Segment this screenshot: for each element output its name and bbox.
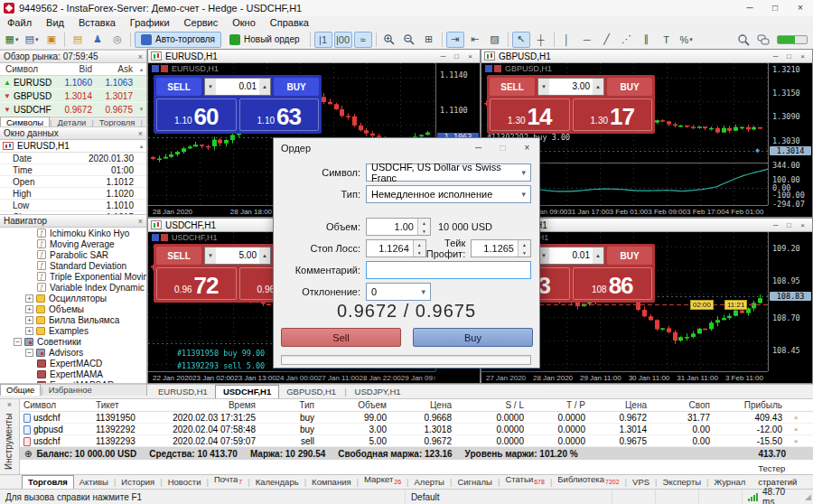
chart-shift-icon[interactable]: ⇥	[446, 32, 464, 48]
close-icon[interactable]: ×	[463, 52, 477, 61]
volume-spinner[interactable]: ▲ ▼	[417, 219, 430, 235]
navigator-item[interactable]: ƒMoving Average	[0, 238, 146, 249]
deviation-select[interactable]: 0 ▾	[366, 283, 431, 301]
terminal-tab-8[interactable]: Маркет26	[359, 473, 406, 489]
spin-down-icon[interactable]: ▼	[519, 248, 530, 257]
terminal-tab-9[interactable]: Алерты	[409, 476, 450, 489]
expand-icon[interactable]: +	[25, 305, 33, 313]
fibonacci-icon[interactable]: ⋰	[618, 32, 636, 48]
terminal-tab-4[interactable]: Новости	[163, 476, 207, 489]
terminal-tab-1[interactable]: Торговля	[22, 475, 74, 489]
time-axis[interactable]: 22 Jan 202023 Jan 02:0023 Jan 13:0024 Ja…	[148, 371, 435, 383]
minimize-icon[interactable]: ─	[769, 52, 782, 61]
resize-grip-icon[interactable]: ◢	[805, 492, 813, 501]
collapse-icon[interactable]: −	[14, 338, 22, 346]
channels-icon[interactable]: ∥	[638, 32, 656, 48]
col-header[interactable]: S / L	[455, 400, 528, 410]
expand-icon[interactable]: +	[25, 294, 33, 303]
spin-up-icon[interactable]: ▲	[414, 240, 425, 248]
navigator-item[interactable]: +Билла Вильямса	[0, 314, 146, 325]
maximize-icon[interactable]: □	[762, 0, 788, 16]
menu-help[interactable]: Справка	[263, 16, 316, 30]
data-window-symbol-row[interactable]: EURUSD,H1▴	[0, 140, 146, 153]
close-icon[interactable]: ×	[796, 221, 809, 229]
col-header[interactable]: Прибыль	[714, 400, 786, 410]
close-icon[interactable]: ×	[796, 52, 809, 61]
terminal-tab-10[interactable]: Сигналы	[452, 476, 498, 489]
expand-icon[interactable]: +	[25, 327, 33, 335]
price-axis[interactable]: 1.32101.31501.30901.30301.3014344.00100.…	[768, 63, 812, 205]
crosshair-icon[interactable]: ┼	[532, 32, 550, 48]
market-watch-row[interactable]: ▼USDCHF0.96720.9675▾	[0, 103, 146, 117]
navigator-item[interactable]: ƒIchimoku Kinko Hyo	[0, 228, 146, 238]
close-icon[interactable]: ×	[788, 0, 813, 16]
close-icon[interactable]: ×	[138, 52, 143, 61]
terminal-tab-7[interactable]: Компания	[306, 476, 356, 489]
chart-tab-gbpusd-h1[interactable]: GBPUSD,H1	[279, 386, 343, 398]
col-header[interactable]: T / P	[528, 400, 589, 410]
terminal-close-icon[interactable]: ×	[0, 399, 19, 410]
volume-stepper[interactable]: ▼5.00▲	[204, 247, 271, 265]
take-profit-input[interactable]: 1.1265 ▲ ▼	[471, 239, 531, 257]
market-watch-tab-3[interactable]: Торговля	[94, 117, 141, 126]
volume-up-icon[interactable]: ▲	[593, 79, 603, 95]
maximize-icon[interactable]: □	[782, 221, 796, 229]
time-flag[interactable]: 02:00	[690, 300, 714, 310]
volume-down-icon[interactable]: ▼	[205, 79, 216, 95]
autotrading-button[interactable]: Авто-торговля	[135, 32, 221, 48]
zoom-in-icon[interactable]	[380, 32, 398, 48]
col-header[interactable]: Символ	[20, 400, 92, 410]
new-chart-icon[interactable]: ▦▾	[3, 32, 21, 48]
spin-down-icon[interactable]: ▼	[418, 227, 430, 235]
terminal-tab-5[interactable]: Почта7	[209, 473, 248, 489]
accounts-icon[interactable]: ♟	[89, 32, 107, 48]
sell-button[interactable]: SELL	[156, 78, 201, 96]
terminal-row[interactable]: usdchf113919502020.02.03 17:31:25buy99.0…	[20, 412, 813, 424]
market-watch-tab-2[interactable]: Детали	[52, 117, 92, 126]
spin-up-icon[interactable]: ▲	[418, 219, 430, 227]
buy-price[interactable]: 10886	[573, 267, 653, 300]
menu-insert[interactable]: Вставка	[71, 16, 123, 30]
close-position-icon[interactable]: ×	[786, 414, 806, 422]
price-axis[interactable]: 109.20108.95108.70108.45108.83	[768, 232, 812, 371]
comment-input[interactable]	[366, 261, 531, 279]
terminal-tab-2[interactable]: Активы	[74, 476, 114, 489]
volume-stepper[interactable]: ▼0.01▲	[204, 78, 271, 96]
volume-up-icon[interactable]: ▲	[259, 79, 270, 95]
status-profile[interactable]: Default	[406, 490, 612, 504]
terminal-tab-14[interactable]: Эксперты	[658, 476, 707, 489]
stop-loss-input[interactable]: 1.1264 ▲ ▼	[366, 239, 426, 257]
volume-up-icon[interactable]: ▲	[259, 247, 270, 264]
terminal-tab-11[interactable]: Статьи678	[500, 473, 549, 489]
maximize-icon[interactable]: □	[782, 52, 796, 61]
navigator-tab-2[interactable]: Избранное	[43, 385, 98, 396]
navigator-item[interactable]: ƒTriple Exponential Movin	[0, 271, 146, 282]
menu-tools[interactable]: Сервис	[177, 16, 226, 30]
navigator-item[interactable]: +Examples	[0, 325, 146, 336]
new-order-button[interactable]: Новый ордер	[223, 32, 306, 48]
buy-button[interactable]: Buy	[413, 328, 533, 347]
menu-window[interactable]: Окно	[225, 16, 263, 30]
market-watch-tab-1[interactable]: Символы	[0, 117, 50, 126]
time-axis[interactable]: 27 Jan 202028 Jan 202029 Jan 11:0030 Jan…	[481, 371, 768, 383]
spin-down-icon[interactable]: ▼	[414, 248, 425, 257]
candles-mode-icon[interactable]: |00	[334, 32, 352, 48]
signals-icon[interactable]: ◎	[108, 32, 126, 48]
market-watch-row[interactable]: ▼GBPUSD1.30141.3017	[0, 89, 146, 103]
sell-price[interactable]: 1.1060	[156, 98, 237, 131]
navigator-item[interactable]: ExpertMACD	[0, 358, 146, 369]
search-icon[interactable]	[734, 32, 752, 48]
order-dialog-title-bar[interactable]: Ордер ─ □ ×	[274, 138, 539, 158]
buy-price[interactable]: 1.3017	[573, 98, 653, 131]
navigator-item[interactable]: ƒParabolic SAR	[0, 249, 146, 260]
community-icon[interactable]	[754, 32, 772, 48]
close-icon[interactable]: ×	[138, 217, 143, 226]
navigator-item[interactable]: ƒVariable Index Dynamic A	[0, 282, 146, 293]
plus-circle-icon[interactable]: ⊕	[24, 449, 32, 459]
sell-button[interactable]: SELL	[490, 78, 535, 96]
buy-price[interactable]: 1.1063	[239, 98, 320, 131]
chart-title-bar[interactable]: GBPUSD,H1─□×	[481, 50, 812, 63]
volume-input[interactable]: 1.00 ▲ ▼	[366, 218, 431, 236]
sell-button[interactable]: Sell	[281, 328, 401, 347]
minimize-icon[interactable]: ─	[737, 0, 762, 16]
